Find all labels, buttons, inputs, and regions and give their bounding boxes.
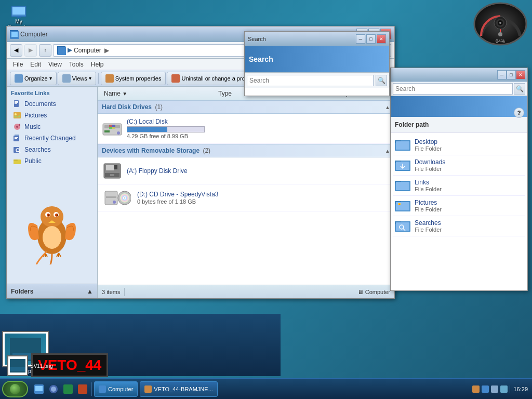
group-removable[interactable]: Devices with Removable Storage (2) ▲ bbox=[98, 144, 394, 157]
toolbar-separator-1 bbox=[98, 73, 99, 84]
sidebar-item-music[interactable]: Music bbox=[7, 121, 97, 132]
sidebar-label-public: Public bbox=[24, 157, 42, 165]
rp-folder-desktop[interactable]: Desktop File Folder bbox=[393, 135, 525, 155]
rp-folder-pictures[interactable]: Pictures File Folder bbox=[393, 196, 525, 216]
c-drive-name[interactable]: (C:) Local Disk bbox=[127, 118, 390, 125]
sv11-thumbnail[interactable] bbox=[7, 355, 28, 376]
search-close[interactable]: ✕ bbox=[377, 34, 386, 44]
rp-folder-downloads-name: Downloads bbox=[415, 158, 445, 166]
sidebar-label-pictures: Pictures bbox=[24, 112, 47, 119]
menu-help[interactable]: Help bbox=[88, 60, 107, 69]
quick-launch bbox=[30, 382, 92, 396]
col-name[interactable]: Name ▼ bbox=[102, 90, 216, 97]
hard-disk-toggle[interactable]: ▲ bbox=[385, 104, 390, 110]
back-button[interactable]: ◀ bbox=[10, 44, 22, 57]
forward-button[interactable]: ▶ bbox=[24, 44, 37, 57]
svg-point-88 bbox=[51, 387, 56, 392]
menu-file[interactable]: File bbox=[10, 60, 26, 69]
c-drive-bar-wrap bbox=[127, 126, 205, 132]
folders-label: Folders bbox=[11, 288, 33, 295]
right-panel: ─ □ ✕ 🔍 ? Folder path Desktop File bbox=[390, 68, 528, 291]
taskbar-computer-btn[interactable]: Computer bbox=[94, 381, 138, 397]
up-button[interactable]: ↑ bbox=[39, 44, 51, 57]
rp-folder-searches[interactable]: Searches File Folder bbox=[393, 216, 525, 236]
search-window-title: Search bbox=[248, 36, 266, 42]
sidebar-item-documents[interactable]: Documents bbox=[7, 98, 97, 110]
rp-minimize[interactable]: ─ bbox=[497, 70, 507, 79]
search-go-button[interactable]: 🔍 bbox=[376, 75, 387, 86]
rp-folder-list: Desktop File Folder Downloads File Folde… bbox=[391, 133, 527, 290]
rp-folder-pictures-info: Pictures File Folder bbox=[415, 199, 442, 212]
window-title: Computer bbox=[20, 31, 48, 38]
menu-edit[interactable]: Edit bbox=[27, 60, 44, 69]
rp-folder-searches-name: Searches bbox=[415, 219, 442, 227]
start-pearl bbox=[10, 384, 20, 394]
search-window: Search ─ □ ✕ Search 🔍 bbox=[244, 31, 390, 96]
search-text-input[interactable] bbox=[247, 75, 374, 86]
tray-icon-volume[interactable] bbox=[500, 385, 508, 393]
d-drive-item[interactable]: (D:) CD Drive - SpeedyVista3 0 bytes fre… bbox=[98, 184, 394, 211]
folders-toggle[interactable]: Folders ▲ bbox=[7, 284, 97, 298]
a-drive-item[interactable]: (A:) Floppy Disk Drive bbox=[98, 157, 394, 184]
address-field[interactable]: ▶ Computer ▶ bbox=[54, 44, 269, 57]
start-button[interactable] bbox=[2, 381, 28, 397]
ql-icon-1[interactable] bbox=[32, 382, 46, 396]
search-maximize[interactable]: □ bbox=[366, 34, 376, 44]
c-drive-free: 4.29 GB free of 8.99 GB bbox=[127, 133, 390, 139]
address-icon-arrow: ▶ bbox=[68, 47, 72, 54]
taskbar-veto-btn[interactable]: VETO_44-BRAMJNE... bbox=[140, 381, 218, 397]
a-drive-info: (A:) Floppy Disk Drive bbox=[127, 167, 390, 175]
rp-header-bg bbox=[391, 96, 527, 117]
svg-rect-47 bbox=[112, 125, 115, 127]
group-hard-disk[interactable]: Hard Disk Drives (1) ▲ bbox=[98, 100, 394, 114]
ql-icon-3[interactable] bbox=[61, 382, 75, 396]
c-drive-item[interactable]: (C:) Local Disk 4.29 GB free of 8.99 GB bbox=[98, 114, 394, 144]
sv11-label: SV11.png bbox=[30, 363, 53, 369]
clock-time: 16:29 bbox=[513, 386, 528, 392]
menu-tools[interactable]: Tools bbox=[66, 60, 87, 69]
system-props-button[interactable]: System properties bbox=[101, 72, 166, 85]
sidebar-item-recently-changed[interactable]: Recently Changed bbox=[7, 132, 97, 144]
folders-toggle-icon: ▲ bbox=[87, 288, 93, 295]
tray-icon-1[interactable] bbox=[472, 385, 480, 393]
ql-icon-2[interactable] bbox=[47, 382, 60, 396]
rp-folder-downloads[interactable]: Downloads File Folder bbox=[393, 155, 525, 176]
svg-rect-64 bbox=[396, 141, 409, 150]
sidebar-item-searches[interactable]: Searches bbox=[7, 144, 97, 155]
removable-toggle[interactable]: ▲ bbox=[385, 148, 390, 154]
tray-icon-2[interactable] bbox=[482, 385, 489, 393]
svg-rect-90 bbox=[78, 384, 87, 394]
a-drive-name[interactable]: (A:) Floppy Disk Drive bbox=[127, 167, 390, 175]
svg-rect-48 bbox=[109, 127, 112, 129]
svg-rect-53 bbox=[114, 165, 117, 169]
rp-folder-links-name: Links bbox=[415, 179, 442, 186]
rp-folder-links[interactable]: Links File Folder bbox=[393, 176, 525, 196]
tray-icon-network[interactable] bbox=[491, 385, 498, 393]
svg-rect-17 bbox=[15, 102, 18, 103]
ql-icon-4[interactable] bbox=[76, 382, 89, 396]
sidebar-item-public[interactable]: Public bbox=[7, 155, 97, 167]
rp-search-button[interactable]: 🔍 bbox=[514, 83, 525, 95]
d-drive-free: 0 bytes free of 1.18 GB bbox=[137, 198, 390, 205]
rp-help-button[interactable]: ? bbox=[514, 108, 524, 118]
rp-search-input[interactable] bbox=[393, 83, 513, 95]
organize-button[interactable]: Organize ▾ bbox=[10, 72, 57, 85]
system-props-icon bbox=[105, 74, 114, 83]
search-minimize[interactable]: ─ bbox=[356, 34, 365, 44]
rp-search-bar: 🔍 bbox=[391, 82, 527, 96]
address-icon bbox=[57, 46, 65, 55]
items-count: 3 items bbox=[102, 289, 120, 295]
sidebar-item-pictures[interactable]: Pictures bbox=[7, 110, 97, 121]
svg-rect-86 bbox=[35, 386, 43, 391]
svg-rect-14 bbox=[58, 47, 66, 55]
c-drive-bar bbox=[127, 127, 167, 132]
rp-close[interactable]: ✕ bbox=[516, 70, 525, 79]
views-button[interactable]: Views ▾ bbox=[58, 72, 96, 85]
d-drive-name[interactable]: (D:) CD Drive - SpeedyVista3 bbox=[137, 191, 390, 198]
svg-rect-26 bbox=[15, 138, 17, 139]
sidebar-label-music: Music bbox=[24, 123, 41, 130]
rp-maximize[interactable]: □ bbox=[507, 70, 516, 79]
search-title-bar: Search ─ □ ✕ bbox=[245, 32, 389, 46]
menu-view[interactable]: View bbox=[45, 60, 65, 69]
rp-folder-desktop-name: Desktop bbox=[415, 138, 442, 145]
